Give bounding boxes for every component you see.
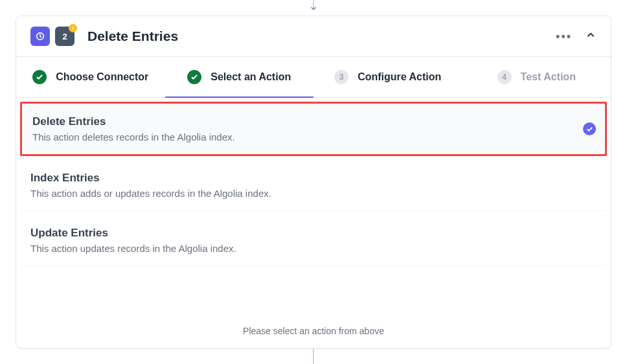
step-tabs: Choose Connector Select an Action 3 Conf…: [16, 57, 611, 98]
card-header: 2 ! Delete Entries •••: [16, 16, 611, 57]
action-item-index-entries[interactable]: Index Entries This action adds or update…: [20, 160, 607, 211]
collapse-button[interactable]: [585, 29, 597, 43]
tab-configure-action[interactable]: 3 Configure Action: [314, 57, 462, 97]
tab-choose-connector[interactable]: Choose Connector: [16, 57, 165, 97]
action-item-delete-entries[interactable]: Delete Entries This action deletes recor…: [20, 102, 607, 156]
step-number: 2: [62, 32, 67, 41]
header-actions: •••: [556, 29, 597, 43]
action-description: This action deletes records in the Algol…: [32, 131, 595, 142]
action-description: This action updates records in the Algol…: [30, 243, 597, 254]
actions-list: Delete Entries This action deletes recor…: [16, 98, 611, 314]
card-title: Delete Entries: [87, 28, 178, 44]
arrow-down-icon: [309, 4, 318, 16]
workflow-step-card: 2 ! Delete Entries ••• Choose Connector …: [16, 16, 611, 348]
notification-badge-icon: !: [69, 24, 77, 32]
selected-check-icon: [583, 122, 596, 135]
tab-select-action[interactable]: Select an Action: [165, 57, 314, 97]
step-number-badge: 2 !: [55, 27, 74, 46]
tab-test-action[interactable]: 4 Test Action: [462, 57, 611, 97]
tab-label: Select an Action: [211, 71, 291, 83]
app-icon: [30, 27, 50, 46]
action-item-update-entries[interactable]: Update Entries This action updates recor…: [20, 215, 607, 266]
connector-line-bottom: [313, 348, 314, 364]
more-options-button[interactable]: •••: [556, 30, 572, 43]
footer-hint: Please select an action from above: [16, 314, 611, 348]
check-icon: [32, 70, 47, 84]
tab-label: Test Action: [521, 71, 576, 83]
action-title: Index Entries: [30, 172, 597, 185]
check-icon: [187, 70, 201, 84]
tab-label: Choose Connector: [56, 71, 148, 83]
action-title: Delete Entries: [32, 115, 595, 128]
action-title: Update Entries: [30, 227, 597, 240]
tab-label: Configure Action: [358, 71, 441, 83]
step-number-icon: 3: [334, 70, 348, 84]
step-number-icon: 4: [497, 70, 512, 84]
action-description: This action adds or updates records in t…: [30, 188, 597, 199]
